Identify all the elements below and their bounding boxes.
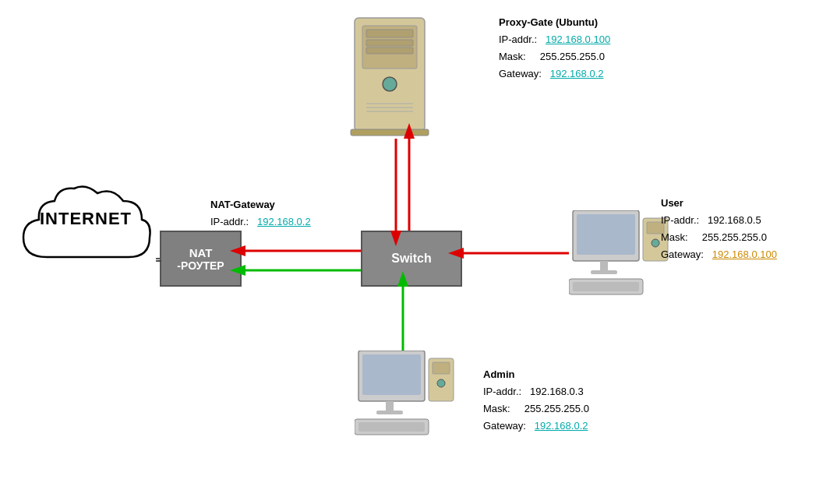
proxy-mask-label: Mask: xyxy=(499,51,526,62)
admin-mask-value: 255.255.255.0 xyxy=(524,403,589,414)
proxy-server-icon xyxy=(343,14,436,139)
proxy-gateway-value: 192.168.0.2 xyxy=(550,68,604,79)
internet-label: INTERNET xyxy=(16,209,156,229)
user-title: User xyxy=(661,195,777,212)
svg-point-18 xyxy=(652,239,659,247)
nat-router-box: NAT -РОУТЕР xyxy=(160,231,242,287)
proxy-ip-label: IP-addr.: xyxy=(499,33,537,45)
internet-cloud: INTERNET xyxy=(16,179,156,280)
svg-point-5 xyxy=(383,77,397,91)
nat-gateway-ip-label: IP-addr.: xyxy=(210,216,249,227)
proxy-mask-row: Mask: 255.255.255.0 xyxy=(499,48,610,65)
user-mask-label: Mask: xyxy=(661,231,688,243)
admin-info: Admin IP-addr.: 192.168.0.3 Mask: 255.25… xyxy=(483,366,589,435)
user-gateway-row: Gateway: 192.168.0.100 xyxy=(661,246,777,263)
admin-mask-label: Mask: xyxy=(483,403,510,414)
user-mask-value: 255.255.255.0 xyxy=(702,231,767,243)
nat-gateway-ip-value: 192.168.0.2 xyxy=(257,216,311,227)
svg-rect-13 xyxy=(591,270,617,274)
admin-mask-row: Mask: 255.255.255.0 xyxy=(483,400,589,418)
switch-label: Switch xyxy=(391,252,432,266)
user-ip-row: IP-addr.: 192.168.0.5 xyxy=(661,212,777,229)
proxy-title: Proxy-Gate (Ubuntu) xyxy=(499,14,610,31)
admin-gateway-value: 192.168.0.2 xyxy=(535,420,588,432)
svg-point-27 xyxy=(437,379,445,387)
admin-ip-value: 192.168.0.3 xyxy=(530,386,584,397)
admin-ip-label: IP-addr.: xyxy=(483,386,521,397)
svg-rect-21 xyxy=(386,401,394,411)
svg-rect-22 xyxy=(376,411,403,414)
svg-rect-15 xyxy=(573,282,639,291)
nat-gateway-title: NAT-Gateway xyxy=(210,196,311,213)
user-gateway-value: 192.168.0.100 xyxy=(712,248,777,260)
user-ip-label: IP-addr.: xyxy=(661,214,699,226)
proxy-info: Proxy-Gate (Ubuntu) IP-addr.: 192.168.0.… xyxy=(499,14,610,83)
svg-rect-24 xyxy=(358,422,425,432)
proxy-ip-value: 192.168.0.100 xyxy=(546,33,610,45)
nat-gateway-info: NAT-Gateway IP-addr.: 192.168.0.2 xyxy=(210,196,311,231)
nat-box-line1: NAT xyxy=(189,246,213,259)
svg-rect-26 xyxy=(433,362,450,374)
svg-rect-2 xyxy=(366,30,413,37)
admin-gateway-row: Gateway: 192.168.0.2 xyxy=(483,418,589,435)
user-ip-value: 192.168.0.5 xyxy=(708,214,761,226)
svg-rect-3 xyxy=(366,40,413,46)
proxy-gateway-label: Gateway: xyxy=(499,68,542,79)
admin-computer-icon xyxy=(355,351,456,447)
diagram-container: INTERNET NAT -РОУТЕР Switch xyxy=(0,0,837,504)
admin-ip-row: IP-addr.: 192.168.0.3 xyxy=(483,383,589,400)
admin-title: Admin xyxy=(483,366,589,383)
proxy-gateway-row: Gateway: 192.168.0.2 xyxy=(499,65,610,83)
svg-rect-20 xyxy=(362,354,421,395)
nat-gateway-ip-row: IP-addr.: 192.168.0.2 xyxy=(210,213,311,231)
user-computer-icon xyxy=(569,210,670,307)
svg-rect-4 xyxy=(366,48,413,54)
proxy-ip-row: IP-addr.: 192.168.0.100 xyxy=(499,31,610,48)
svg-rect-9 xyxy=(351,129,429,136)
user-gateway-label: Gateway: xyxy=(661,248,704,260)
admin-gateway-label: Gateway: xyxy=(483,420,526,432)
nat-box-line2: -РОУТЕР xyxy=(177,259,224,272)
user-info: User IP-addr.: 192.168.0.5 Mask: 255.255… xyxy=(661,195,777,263)
svg-rect-11 xyxy=(577,214,635,255)
proxy-mask-value: 255.255.255.0 xyxy=(540,51,605,62)
svg-rect-12 xyxy=(600,261,608,270)
user-mask-row: Mask: 255.255.255.0 xyxy=(661,229,777,246)
switch-box: Switch xyxy=(361,231,462,287)
